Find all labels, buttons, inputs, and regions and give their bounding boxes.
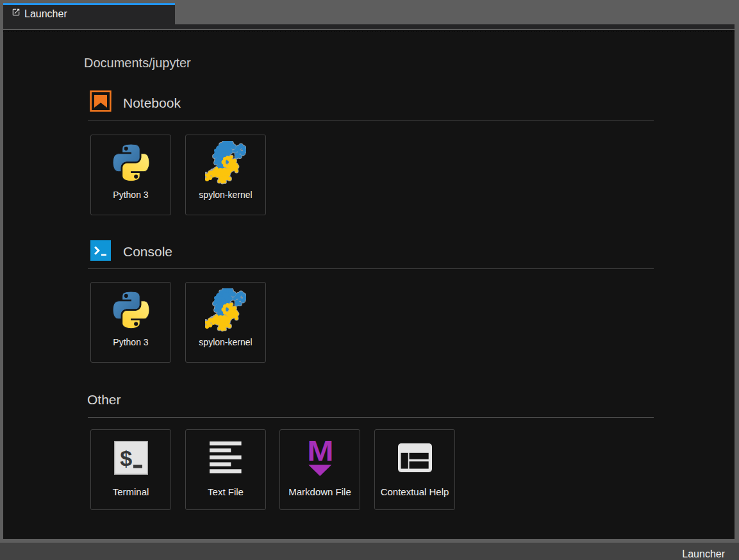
- svg-text:M: M: [308, 440, 332, 467]
- svg-text:$: $: [120, 445, 132, 470]
